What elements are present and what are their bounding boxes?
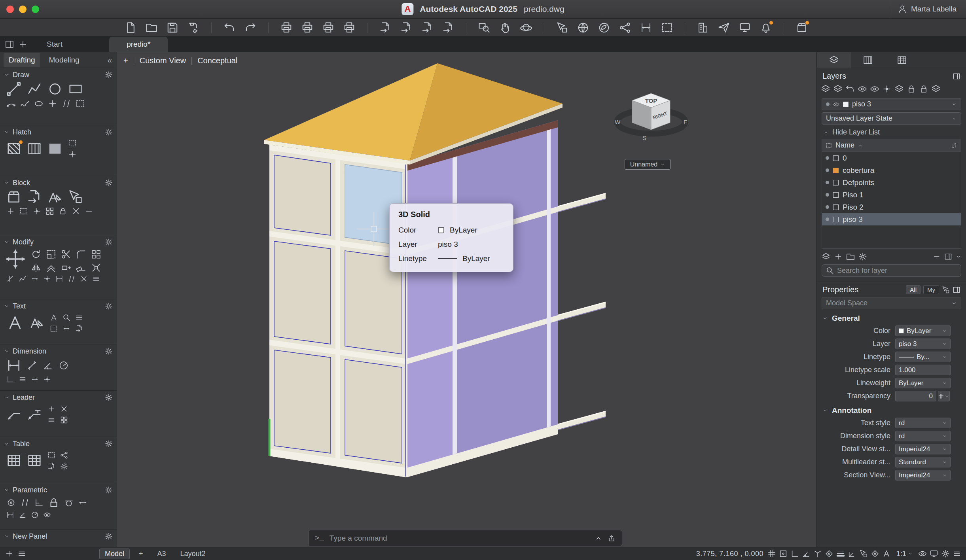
region-tool-icon[interactable] xyxy=(76,99,85,108)
section-plane-button[interactable] xyxy=(658,20,676,35)
data-link-icon[interactable] xyxy=(60,451,68,459)
export-table-icon[interactable] xyxy=(47,462,55,470)
layer-color-swatch[interactable] xyxy=(833,155,839,161)
draw-panel-settings-icon[interactable] xyxy=(105,71,113,79)
chevron-down-icon[interactable] xyxy=(4,129,9,135)
layer-row-defpoints[interactable]: Defpoints xyxy=(822,176,961,189)
export-dwf-button[interactable] xyxy=(377,20,394,35)
offset-tool-icon[interactable] xyxy=(46,263,56,273)
3d-object-snap-icon[interactable] xyxy=(871,549,879,558)
chevron-down-icon[interactable] xyxy=(4,348,9,354)
table-panel-settings-icon[interactable] xyxy=(105,440,113,448)
save-button[interactable] xyxy=(164,20,181,35)
zoom-window-button[interactable] xyxy=(475,20,493,35)
erase-tool-icon[interactable] xyxy=(76,263,86,273)
export-dgn-button[interactable] xyxy=(419,20,436,35)
move-tool-icon[interactable] xyxy=(5,248,26,270)
find-text-icon[interactable] xyxy=(63,314,70,322)
tangent-constraint-icon[interactable] xyxy=(64,498,74,507)
orbit-button[interactable] xyxy=(517,20,535,35)
new-layer-icon[interactable] xyxy=(834,252,843,261)
color-dropdown[interactable]: ByLayer xyxy=(895,325,951,336)
linetype-scale-input[interactable]: 1.000 xyxy=(895,365,951,375)
text-scale-icon[interactable] xyxy=(63,325,70,333)
zoom-button[interactable] xyxy=(32,6,39,13)
plot-preview-button[interactable] xyxy=(299,20,316,35)
grid-display-icon[interactable] xyxy=(767,549,776,558)
break-tool-icon[interactable] xyxy=(6,275,14,283)
block-attributes-tool-icon[interactable] xyxy=(68,189,83,204)
rotate-tool-icon[interactable] xyxy=(31,249,41,259)
panel-list-icon[interactable] xyxy=(17,549,26,558)
point-cloud-button[interactable] xyxy=(616,20,634,35)
explode-tool-icon[interactable] xyxy=(91,263,101,273)
geographic-location-button[interactable] xyxy=(574,20,592,35)
selection-tool-button[interactable] xyxy=(553,20,571,35)
line-tool-icon[interactable] xyxy=(6,81,21,96)
palette-tab-layers[interactable] xyxy=(817,52,851,68)
new-layer-folder-icon[interactable] xyxy=(846,252,855,261)
named-view-dropdown[interactable]: Unnamed xyxy=(625,159,671,170)
app-manager-button[interactable] xyxy=(793,20,811,35)
layer-color-swatch[interactable] xyxy=(833,217,839,222)
table-cell-icon[interactable] xyxy=(47,451,55,459)
freeze-layer-icon[interactable] xyxy=(882,84,892,94)
continue-dimension-icon[interactable] xyxy=(31,375,39,383)
chevron-down-icon[interactable] xyxy=(4,239,9,245)
layer-color-swatch[interactable] xyxy=(833,180,839,185)
selection-cycling-icon[interactable] xyxy=(859,549,868,558)
isometric-drafting-icon[interactable] xyxy=(813,549,822,558)
text-align-icon[interactable] xyxy=(75,314,83,322)
linetype-dropdown[interactable]: By... xyxy=(895,352,951,362)
layer-row-piso3[interactable]: piso 3 xyxy=(822,213,961,225)
show-constraints-icon[interactable] xyxy=(43,511,51,519)
layer-color-swatch[interactable] xyxy=(833,168,839,173)
layer-color-swatch[interactable] xyxy=(833,204,839,210)
lineweight-display-icon[interactable] xyxy=(836,549,845,558)
redo-button[interactable] xyxy=(242,20,259,35)
plot-button[interactable] xyxy=(278,20,295,35)
add-leader-icon[interactable] xyxy=(47,405,55,413)
page-setup-button[interactable] xyxy=(320,20,337,35)
chevron-down-icon[interactable] xyxy=(956,254,961,259)
general-section-header[interactable]: General xyxy=(817,310,966,324)
layer-walk-icon[interactable] xyxy=(931,84,941,94)
perpendicular-constraint-icon[interactable] xyxy=(34,498,44,507)
parallel-constraint-icon[interactable] xyxy=(20,498,30,507)
multileader-style-dropdown[interactable]: Standard xyxy=(895,457,951,467)
single-line-text-tool-icon[interactable] xyxy=(29,315,44,330)
layer-list-header[interactable]: Name xyxy=(822,139,961,152)
multileader-tool-icon[interactable] xyxy=(27,407,42,422)
transparency-picker-button[interactable] xyxy=(938,391,950,401)
copy-tool-icon[interactable] xyxy=(46,249,56,259)
text-export-icon[interactable] xyxy=(75,325,83,333)
tab-modeling[interactable]: Modeling xyxy=(44,53,85,67)
layer-status-dot[interactable] xyxy=(826,193,829,197)
remove-leader-icon[interactable] xyxy=(60,405,68,413)
command-share-icon[interactable] xyxy=(608,534,616,542)
undo-button[interactable] xyxy=(221,20,238,35)
command-input[interactable] xyxy=(330,534,589,543)
compass-south[interactable]: S xyxy=(642,134,646,141)
isolate-layer-icon[interactable] xyxy=(858,84,867,94)
gradient-hatch-tool-icon[interactable] xyxy=(27,141,42,156)
polyline-tool-icon[interactable] xyxy=(27,81,42,96)
compass-west[interactable]: W xyxy=(615,119,621,125)
isolate-objects-icon[interactable] xyxy=(918,549,927,558)
block-minus-icon[interactable] xyxy=(85,207,93,216)
horizontal-constraint-icon[interactable] xyxy=(78,498,87,507)
construction-line-tool-icon[interactable] xyxy=(62,99,71,108)
model-viewport[interactable]: + Custom View Conceptual W S E TOP RIGHT xyxy=(117,52,816,547)
mirror-tool-icon[interactable] xyxy=(31,263,41,273)
close-button[interactable] xyxy=(6,6,14,13)
layout2-tab[interactable]: Layout2 xyxy=(175,549,211,559)
render-environment-button[interactable] xyxy=(595,20,613,35)
annotation-scale-dropdown[interactable]: 1:1 xyxy=(895,550,914,558)
model-tab[interactable]: Model xyxy=(99,549,130,559)
view-cube[interactable]: W S E TOP RIGHT xyxy=(614,83,689,148)
hardware-acceleration-icon[interactable] xyxy=(930,549,938,558)
stretch-tool-icon[interactable] xyxy=(61,263,71,273)
fillet-tool-icon[interactable] xyxy=(76,249,86,259)
layout-a3-tab[interactable]: A3 xyxy=(152,549,171,559)
space-dropdown[interactable]: Model Space xyxy=(822,297,961,309)
